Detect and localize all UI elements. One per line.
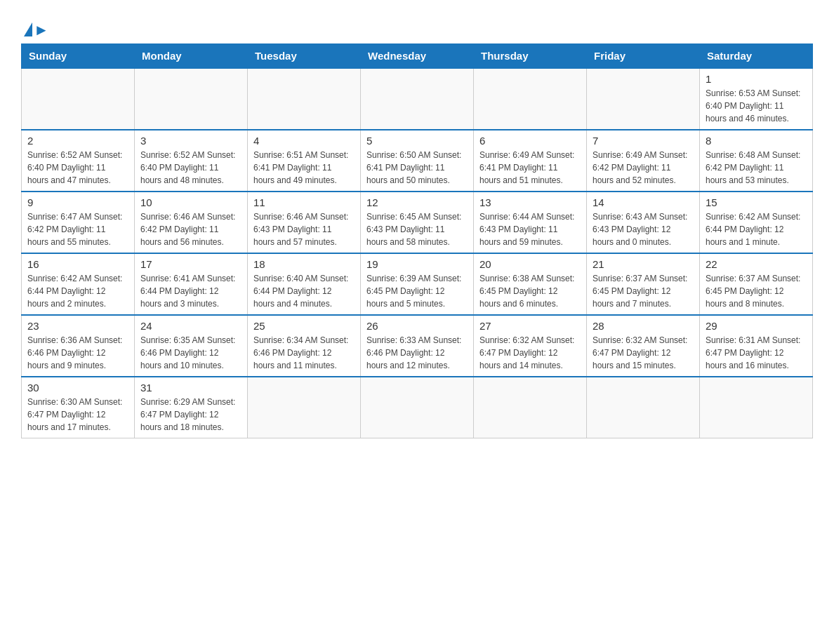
calendar-cell bbox=[474, 377, 587, 438]
day-number: 27 bbox=[479, 320, 581, 332]
day-number: 20 bbox=[479, 258, 581, 270]
day-info: Sunrise: 6:49 AM Sunset: 6:41 PM Dayligh… bbox=[479, 149, 581, 187]
day-info: Sunrise: 6:31 AM Sunset: 6:47 PM Dayligh… bbox=[706, 334, 807, 372]
day-info: Sunrise: 6:52 AM Sunset: 6:40 PM Dayligh… bbox=[27, 149, 128, 187]
day-number: 16 bbox=[27, 258, 128, 270]
day-info: Sunrise: 6:47 AM Sunset: 6:42 PM Dayligh… bbox=[27, 210, 128, 248]
day-number: 7 bbox=[593, 135, 694, 147]
day-info: Sunrise: 6:48 AM Sunset: 6:42 PM Dayligh… bbox=[706, 149, 807, 187]
calendar-cell: 14Sunrise: 6:43 AM Sunset: 6:43 PM Dayli… bbox=[587, 192, 700, 253]
calendar-cell bbox=[361, 377, 474, 438]
calendar-cell bbox=[587, 377, 700, 438]
calendar-cell: 5Sunrise: 6:50 AM Sunset: 6:41 PM Daylig… bbox=[361, 130, 474, 192]
day-number: 13 bbox=[479, 196, 581, 208]
logo-blue-text: ► bbox=[34, 21, 49, 39]
calendar-cell: 9Sunrise: 6:47 AM Sunset: 6:42 PM Daylig… bbox=[22, 192, 135, 253]
weekday-header-monday: Monday bbox=[135, 44, 248, 69]
day-number: 11 bbox=[253, 196, 355, 208]
day-number: 15 bbox=[706, 196, 807, 208]
calendar-cell: 10Sunrise: 6:46 AM Sunset: 6:42 PM Dayli… bbox=[135, 192, 248, 253]
day-info: Sunrise: 6:53 AM Sunset: 6:40 PM Dayligh… bbox=[706, 87, 807, 125]
day-number: 25 bbox=[253, 320, 355, 332]
day-number: 1 bbox=[706, 73, 807, 85]
day-number: 9 bbox=[27, 196, 128, 208]
day-number: 4 bbox=[253, 135, 355, 147]
calendar-cell: 16Sunrise: 6:42 AM Sunset: 6:44 PM Dayli… bbox=[22, 253, 135, 315]
calendar-cell bbox=[248, 68, 361, 130]
calendar-week-row: 23Sunrise: 6:36 AM Sunset: 6:46 PM Dayli… bbox=[22, 315, 813, 377]
calendar-cell: 6Sunrise: 6:49 AM Sunset: 6:41 PM Daylig… bbox=[474, 130, 587, 192]
logo-triangle-icon bbox=[24, 22, 32, 36]
day-info: Sunrise: 6:38 AM Sunset: 6:45 PM Dayligh… bbox=[479, 272, 581, 310]
calendar-cell: 18Sunrise: 6:40 AM Sunset: 6:44 PM Dayli… bbox=[248, 253, 361, 315]
day-info: Sunrise: 6:45 AM Sunset: 6:43 PM Dayligh… bbox=[366, 210, 468, 248]
weekday-header-tuesday: Tuesday bbox=[248, 44, 361, 69]
day-number: 12 bbox=[366, 196, 468, 208]
day-info: Sunrise: 6:40 AM Sunset: 6:44 PM Dayligh… bbox=[253, 272, 355, 310]
calendar-cell: 11Sunrise: 6:46 AM Sunset: 6:43 PM Dayli… bbox=[248, 192, 361, 253]
calendar-cell: 27Sunrise: 6:32 AM Sunset: 6:47 PM Dayli… bbox=[474, 315, 587, 377]
day-info: Sunrise: 6:34 AM Sunset: 6:46 PM Dayligh… bbox=[253, 334, 355, 372]
day-number: 19 bbox=[366, 258, 468, 270]
logo: ► bbox=[21, 21, 49, 36]
day-info: Sunrise: 6:43 AM Sunset: 6:43 PM Dayligh… bbox=[593, 210, 694, 248]
day-info: Sunrise: 6:37 AM Sunset: 6:45 PM Dayligh… bbox=[593, 272, 694, 310]
day-number: 24 bbox=[140, 320, 241, 332]
day-info: Sunrise: 6:46 AM Sunset: 6:43 PM Dayligh… bbox=[253, 210, 355, 248]
calendar-cell: 3Sunrise: 6:52 AM Sunset: 6:40 PM Daylig… bbox=[135, 130, 248, 192]
weekday-header-wednesday: Wednesday bbox=[361, 44, 474, 69]
day-number: 8 bbox=[706, 135, 807, 147]
calendar-cell: 2Sunrise: 6:52 AM Sunset: 6:40 PM Daylig… bbox=[22, 130, 135, 192]
calendar-cell: 19Sunrise: 6:39 AM Sunset: 6:45 PM Dayli… bbox=[361, 253, 474, 315]
weekday-header-row: SundayMondayTuesdayWednesdayThursdayFrid… bbox=[22, 44, 813, 69]
day-number: 6 bbox=[479, 135, 581, 147]
day-info: Sunrise: 6:44 AM Sunset: 6:43 PM Dayligh… bbox=[479, 210, 581, 248]
day-info: Sunrise: 6:42 AM Sunset: 6:44 PM Dayligh… bbox=[706, 210, 807, 248]
day-info: Sunrise: 6:37 AM Sunset: 6:45 PM Dayligh… bbox=[706, 272, 807, 310]
day-number: 28 bbox=[593, 320, 694, 332]
day-info: Sunrise: 6:32 AM Sunset: 6:47 PM Dayligh… bbox=[593, 334, 694, 372]
calendar-week-row: 2Sunrise: 6:52 AM Sunset: 6:40 PM Daylig… bbox=[22, 130, 813, 192]
day-info: Sunrise: 6:42 AM Sunset: 6:44 PM Dayligh… bbox=[27, 272, 128, 310]
calendar-week-row: 1Sunrise: 6:53 AM Sunset: 6:40 PM Daylig… bbox=[22, 68, 813, 130]
day-number: 2 bbox=[27, 135, 128, 147]
day-info: Sunrise: 6:46 AM Sunset: 6:42 PM Dayligh… bbox=[140, 210, 241, 248]
calendar-cell: 22Sunrise: 6:37 AM Sunset: 6:45 PM Dayli… bbox=[700, 253, 813, 315]
calendar-cell: 8Sunrise: 6:48 AM Sunset: 6:42 PM Daylig… bbox=[700, 130, 813, 192]
day-number: 14 bbox=[593, 196, 694, 208]
calendar-cell: 23Sunrise: 6:36 AM Sunset: 6:46 PM Dayli… bbox=[22, 315, 135, 377]
day-number: 29 bbox=[706, 320, 807, 332]
calendar-cell: 24Sunrise: 6:35 AM Sunset: 6:46 PM Dayli… bbox=[135, 315, 248, 377]
calendar-cell bbox=[135, 68, 248, 130]
calendar-cell: 7Sunrise: 6:49 AM Sunset: 6:42 PM Daylig… bbox=[587, 130, 700, 192]
weekday-header-saturday: Saturday bbox=[700, 44, 813, 69]
calendar-cell: 25Sunrise: 6:34 AM Sunset: 6:46 PM Dayli… bbox=[248, 315, 361, 377]
day-info: Sunrise: 6:35 AM Sunset: 6:46 PM Dayligh… bbox=[140, 334, 241, 372]
calendar-cell: 26Sunrise: 6:33 AM Sunset: 6:46 PM Dayli… bbox=[361, 315, 474, 377]
day-info: Sunrise: 6:39 AM Sunset: 6:45 PM Dayligh… bbox=[366, 272, 468, 310]
calendar-week-row: 16Sunrise: 6:42 AM Sunset: 6:44 PM Dayli… bbox=[22, 253, 813, 315]
day-number: 5 bbox=[366, 135, 468, 147]
day-info: Sunrise: 6:33 AM Sunset: 6:46 PM Dayligh… bbox=[366, 334, 468, 372]
day-info: Sunrise: 6:30 AM Sunset: 6:47 PM Dayligh… bbox=[27, 396, 128, 434]
calendar-cell: 4Sunrise: 6:51 AM Sunset: 6:41 PM Daylig… bbox=[248, 130, 361, 192]
calendar-table: SundayMondayTuesdayWednesdayThursdayFrid… bbox=[21, 43, 813, 438]
day-info: Sunrise: 6:52 AM Sunset: 6:40 PM Dayligh… bbox=[140, 149, 241, 187]
page-header: ► bbox=[21, 14, 813, 36]
calendar-cell: 21Sunrise: 6:37 AM Sunset: 6:45 PM Dayli… bbox=[587, 253, 700, 315]
calendar-week-row: 9Sunrise: 6:47 AM Sunset: 6:42 PM Daylig… bbox=[22, 192, 813, 253]
calendar-cell: 17Sunrise: 6:41 AM Sunset: 6:44 PM Dayli… bbox=[135, 253, 248, 315]
weekday-header-sunday: Sunday bbox=[22, 44, 135, 69]
calendar-cell bbox=[248, 377, 361, 438]
day-number: 26 bbox=[366, 320, 468, 332]
day-number: 3 bbox=[140, 135, 241, 147]
calendar-cell: 12Sunrise: 6:45 AM Sunset: 6:43 PM Dayli… bbox=[361, 192, 474, 253]
day-number: 30 bbox=[27, 382, 128, 394]
day-info: Sunrise: 6:49 AM Sunset: 6:42 PM Dayligh… bbox=[593, 149, 694, 187]
calendar-cell bbox=[587, 68, 700, 130]
day-info: Sunrise: 6:36 AM Sunset: 6:46 PM Dayligh… bbox=[27, 334, 128, 372]
calendar-week-row: 30Sunrise: 6:30 AM Sunset: 6:47 PM Dayli… bbox=[22, 377, 813, 438]
weekday-header-thursday: Thursday bbox=[474, 44, 587, 69]
day-number: 17 bbox=[140, 258, 241, 270]
day-info: Sunrise: 6:51 AM Sunset: 6:41 PM Dayligh… bbox=[253, 149, 355, 187]
